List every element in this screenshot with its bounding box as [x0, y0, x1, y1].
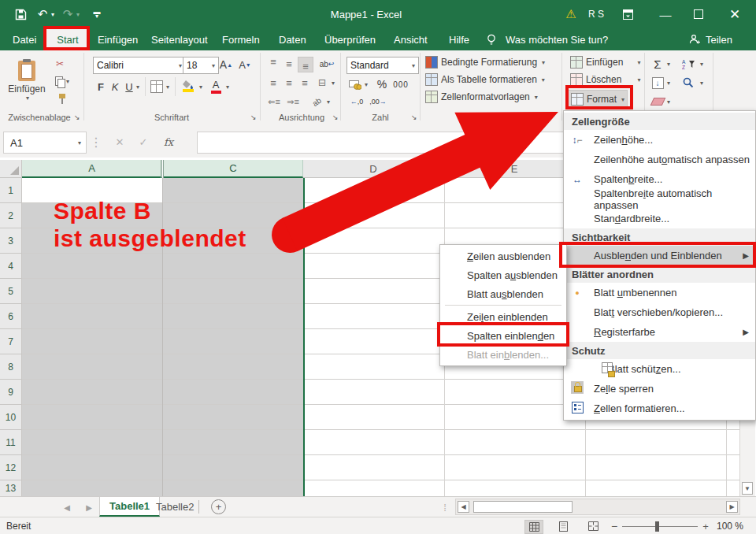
row-header-8[interactable]: 8	[0, 354, 22, 380]
paste-button[interactable]: Einfügen ▾	[8, 55, 46, 107]
name-box-dropdown-icon[interactable]: ▾	[78, 139, 81, 146]
menu-item-blatt-schuetzen[interactable]: Blatt schützen...	[564, 359, 755, 379]
percent-style-button[interactable]: %	[375, 77, 389, 91]
cell-styles-button[interactable]: Zellenformatvorlagen▾	[425, 91, 538, 103]
font-color-dropdown-icon[interactable]: ▾	[224, 79, 232, 95]
autosum-icon[interactable]: Σ	[650, 57, 665, 71]
tab-hilfe[interactable]: Hilfe	[444, 28, 474, 50]
row-header-11[interactable]: 11	[0, 430, 22, 455]
menu-item-blatt-verschieben[interactable]: Blatt verschieben/kopieren...	[564, 302, 755, 322]
increase-font-icon[interactable]: A▲	[217, 57, 235, 72]
merge-center-icon[interactable]: ⊟	[315, 76, 329, 90]
view-page-break-icon[interactable]	[584, 520, 602, 532]
conditional-formatting-button[interactable]: Bedingte Formatierung▾	[425, 56, 545, 69]
find-dropdown-icon[interactable]: ▾	[698, 76, 706, 90]
autosum-dropdown-icon[interactable]: ▾	[665, 57, 673, 71]
menu-item-zellen-formatieren[interactable]: Zellen formatieren...	[564, 399, 755, 418]
alignment-dialog-launcher[interactable]: ↘	[332, 113, 339, 121]
namebox-resize-handle[interactable]: ⋮	[91, 132, 101, 152]
sheet-tab-tabelle2[interactable]: Tabelle2	[146, 497, 203, 517]
save-icon[interactable]	[11, 0, 30, 28]
fill-color-dropdown-icon[interactable]: ▾	[197, 79, 205, 95]
fill-color-icon[interactable]	[181, 77, 195, 95]
number-dialog-launcher[interactable]: ↘	[411, 113, 417, 121]
cancel-icon[interactable]: ✕	[108, 132, 132, 152]
align-center-icon[interactable]: ≡	[282, 76, 296, 90]
italic-button[interactable]: K	[109, 79, 121, 95]
menu-item-blatt-umbenennen[interactable]: ● Blatt umbenennen	[564, 283, 755, 302]
column-header-a[interactable]: A	[22, 160, 162, 178]
menu-item-zelle-sperren[interactable]: Zelle sperren	[564, 379, 755, 399]
align-bottom-icon[interactable]: ≡	[298, 57, 313, 72]
align-middle-icon[interactable]: ≡	[282, 57, 296, 71]
decrease-indent-icon[interactable]: ⇐≡	[266, 95, 282, 109]
row-header-13[interactable]: 13	[0, 480, 22, 496]
menu-item-standardbreite[interactable]: Standardbreite...	[564, 209, 755, 228]
sheet-next-icon[interactable]: ▶	[82, 500, 96, 514]
tab-daten[interactable]: Daten	[274, 28, 311, 50]
menu-item-spaltenbreite-auto[interactable]: Spaltenbreite automatisch anpassen	[564, 189, 755, 209]
menu-item-registerfarbe[interactable]: Registerfarbe ▶	[564, 322, 755, 342]
delete-cells-button[interactable]: Löschen▾	[570, 73, 640, 86]
row-header-1[interactable]: 1	[0, 178, 22, 203]
align-top-icon[interactable]: ≡	[266, 57, 280, 71]
row-header-10[interactable]: 10	[0, 405, 22, 430]
undo-icon[interactable]: ↶	[35, 0, 50, 28]
zoom-slider-thumb[interactable]	[655, 521, 659, 532]
fill-down-icon[interactable]: ↓	[650, 76, 665, 90]
find-select-icon[interactable]	[680, 76, 696, 90]
zoom-out-icon[interactable]: −	[608, 519, 621, 533]
accounting-format-icon[interactable]	[348, 77, 362, 91]
underline-dropdown-icon[interactable]: ▾	[134, 79, 142, 95]
clipboard-dialog-launcher[interactable]: ↘	[74, 113, 80, 121]
view-page-layout-icon[interactable]	[554, 520, 572, 532]
bold-button[interactable]: F	[94, 79, 107, 95]
insert-cells-button[interactable]: Einfügen▾	[570, 56, 640, 69]
row-header-3[interactable]: 3	[0, 228, 22, 254]
borders-dropdown-icon[interactable]: ▾	[164, 79, 172, 95]
sort-filter-dropdown-icon[interactable]: ▾	[698, 57, 706, 71]
increase-decimal-icon[interactable]: ←,0	[348, 95, 365, 108]
column-header-c[interactable]: C	[164, 160, 303, 178]
maximize-button[interactable]	[687, 0, 710, 28]
font-name-select[interactable]: Calibri▾	[93, 57, 186, 74]
horizontal-scrollbar[interactable]: ◀ ▶	[455, 499, 740, 515]
zoom-in-icon[interactable]: +	[699, 519, 712, 533]
row-header-7[interactable]: 7	[0, 329, 22, 354]
wrap-text-icon[interactable]: ab↩	[317, 57, 337, 71]
tab-ueberpruefen[interactable]: Überprüfen	[320, 28, 380, 50]
merge-dropdown-icon[interactable]: ▾	[329, 76, 337, 90]
vertical-scrollbar[interactable]: ▼	[739, 416, 755, 496]
sheet-prev-icon[interactable]: ◀	[60, 500, 74, 514]
submenu-item-spalten-ausblenden[interactable]: Spalten ausblenden	[440, 265, 566, 284]
font-size-select[interactable]: 18▾	[183, 57, 219, 74]
user-initials[interactable]: R S	[584, 0, 608, 28]
tab-ansicht[interactable]: Ansicht	[389, 28, 432, 50]
clear-eraser-icon[interactable]	[650, 95, 665, 109]
zoom-level[interactable]: 100 %	[717, 521, 743, 532]
font-color-icon[interactable]: A	[209, 77, 222, 95]
copy-button[interactable]: ▾	[49, 74, 76, 88]
menu-item-zeilenhoehe[interactable]: ↕⌐ Zeilenhöhe...	[564, 130, 755, 150]
borders-icon[interactable]	[150, 79, 164, 95]
tellme-search[interactable]: Was möchten Sie tun?	[501, 28, 613, 50]
row-header-5[interactable]: 5	[0, 279, 22, 304]
ribbon-display-options-icon[interactable]	[617, 0, 638, 28]
name-box[interactable]: A1 ▾	[3, 132, 87, 154]
clear-dropdown-icon[interactable]: ▾	[665, 95, 673, 109]
zoom-slider-track[interactable]	[622, 526, 698, 527]
tab-formeln[interactable]: Formeln	[217, 28, 265, 50]
column-header-d[interactable]: D	[303, 160, 444, 178]
submenu-item-zeilen-ausblenden[interactable]: Zeilen ausblenden	[440, 247, 566, 265]
horizontal-scroll-thumb[interactable]	[473, 501, 573, 513]
tab-seitenlayout[interactable]: Seitenlayout	[146, 28, 213, 50]
row-header-9[interactable]: 9	[0, 380, 22, 405]
row-header-2[interactable]: 2	[0, 203, 22, 228]
select-all-corner[interactable]	[0, 160, 22, 178]
submenu-item-blatt-ausblenden[interactable]: Blatt ausblenden	[440, 284, 566, 303]
tab-einfuegen[interactable]: Einfügen	[93, 28, 143, 50]
share-button[interactable]: Teilen	[701, 28, 737, 50]
tab-datei[interactable]: Datei	[8, 28, 41, 50]
scroll-down-icon[interactable]: ▼	[742, 482, 753, 495]
enter-icon[interactable]: ✓	[132, 132, 155, 152]
